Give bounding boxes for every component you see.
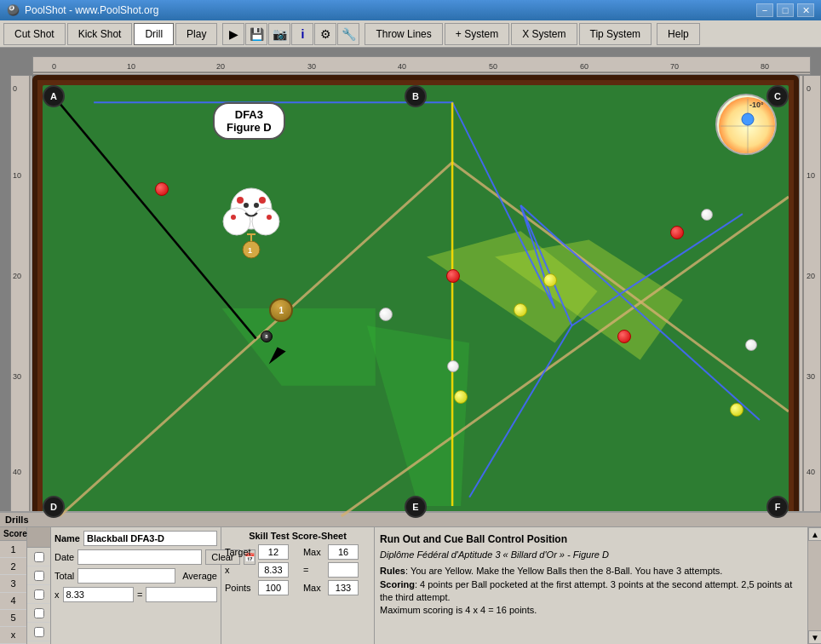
score-check-2[interactable] (34, 571, 44, 581)
name-row: Name (55, 531, 217, 546)
svg-text:30: 30 (807, 372, 815, 381)
equals2: = (303, 565, 325, 575)
score-row-1: 1 (0, 541, 26, 558)
score-sheet-title: Skill Test Score-Sheet (225, 531, 370, 541)
svg-point-40 (231, 215, 236, 220)
throw-lines-button[interactable]: Throw Lines (365, 23, 442, 45)
score-result-input[interactable] (328, 562, 359, 578)
name-label: Name (55, 533, 80, 543)
result-input[interactable] (146, 587, 217, 602)
svg-text:40: 40 (807, 468, 815, 476)
scrollbar-down-button[interactable]: ▼ (808, 630, 821, 644)
score-row-5: 5 (0, 610, 26, 627)
app-title: PoolShot - www.PoolShot.org (25, 4, 158, 16)
table-svg (43, 85, 789, 518)
info-icon-btn[interactable]: i (291, 23, 313, 45)
medal-ball: 1 (269, 298, 293, 322)
svg-point-36 (244, 203, 249, 208)
kick-shot-button[interactable]: Kick Shot (67, 23, 133, 45)
score-check-5[interactable] (34, 627, 44, 637)
red-ball-1 (446, 269, 460, 283)
x-system-button[interactable]: X System (511, 23, 577, 45)
yellow-ball-2 (454, 390, 468, 404)
svg-text:70: 70 (670, 62, 679, 71)
svg-text:30: 30 (13, 372, 21, 381)
game-area: 0 10 20 30 40 50 60 70 80 0 10 20 30 40 … (0, 48, 821, 545)
app-icon: 🎱 (7, 4, 20, 16)
average-label: Average (182, 571, 217, 581)
pool-table-felt[interactable]: A B C D E F (43, 85, 789, 518)
score-check-1[interactable] (34, 552, 44, 562)
svg-text:20: 20 (216, 62, 225, 71)
svg-point-49 (742, 113, 754, 125)
svg-text:10: 10 (807, 171, 815, 180)
red-ball-2 (155, 182, 169, 196)
tip-system-button[interactable]: Tip System (579, 23, 652, 45)
play-button[interactable]: Play (175, 23, 217, 45)
multiplier-row: x = (55, 587, 217, 602)
scrollbar-up-button[interactable]: ▲ (808, 527, 821, 541)
svg-text:-10°: -10° (749, 101, 764, 109)
scrollbar-track[interactable] (808, 541, 821, 630)
date-input[interactable] (78, 549, 202, 565)
multiplier-input[interactable] (63, 587, 135, 602)
svg-text:10: 10 (127, 62, 135, 71)
svg-text:0: 0 (807, 84, 811, 93)
score-row-2: 2 (0, 558, 26, 575)
mascot: 1 (221, 183, 281, 263)
name-panel: Name Date Clear 📅 Total Average x = (51, 527, 221, 644)
drill-button[interactable]: Drill (134, 23, 174, 45)
svg-text:1: 1 (248, 246, 252, 255)
bottom-panel-content: Score 1 2 3 4 5 x Name Date (0, 527, 821, 644)
score-grid: Target Max x = Points Max (225, 544, 370, 595)
rules-text: : You are Yellow. Make the Yellow Balls … (405, 566, 722, 576)
checkbox-column (27, 527, 51, 644)
total-row: Total Average (55, 568, 217, 584)
points-input[interactable] (258, 580, 289, 595)
extra-icon-btn[interactable]: 🔧 (337, 23, 359, 45)
date-row: Date Clear 📅 (55, 549, 217, 565)
score-row-x: x (0, 627, 26, 644)
scoring-text: : 4 points per Ball pocketed at the firs… (380, 579, 792, 602)
minimize-button[interactable]: − (756, 3, 773, 17)
description-panel: Run Out and Cue Ball Control Position Di… (375, 527, 807, 644)
score-row-3: 3 (0, 575, 26, 592)
bottom-panel: Drills Score 1 2 3 4 5 x Name (0, 511, 821, 644)
play-icon-btn[interactable]: ▶ (222, 23, 244, 45)
x-input[interactable] (258, 562, 289, 578)
save-icon-btn[interactable]: 💾 (245, 23, 267, 45)
maximize-button[interactable]: □ (777, 3, 794, 17)
score-column: Score 1 2 3 4 5 x (0, 527, 27, 644)
titlebar-controls[interactable]: − □ ✕ (756, 3, 814, 17)
settings-icon-btn[interactable]: ⚙ (314, 23, 336, 45)
equals-label: = (137, 589, 142, 600)
total-input[interactable] (78, 568, 175, 584)
max-input[interactable] (328, 544, 359, 560)
close-button[interactable]: ✕ (797, 3, 814, 17)
target-input[interactable] (258, 544, 289, 560)
plus-system-button[interactable]: + System (445, 23, 509, 45)
max2-input[interactable] (328, 580, 359, 595)
svg-text:10: 10 (13, 171, 21, 180)
help-button[interactable]: Help (657, 23, 700, 45)
score-check-3[interactable] (34, 589, 44, 600)
scoring-label: Scoring (380, 579, 415, 589)
cue-ball-3 (745, 339, 757, 351)
speech-bubble: DFA3 Figure D (213, 102, 285, 140)
svg-text:80: 80 (761, 62, 769, 71)
pool-table-border: A B C D E F (32, 75, 799, 528)
score-check-4[interactable] (34, 608, 44, 618)
camera-icon-btn[interactable]: 📷 (268, 23, 290, 45)
angle-indicator: -10° (715, 94, 777, 155)
svg-marker-24 (367, 325, 469, 506)
ruler-left: 0 10 20 30 40 (10, 75, 32, 528)
cut-shot-button[interactable]: Cut Shot (3, 23, 66, 45)
name-input[interactable] (83, 531, 217, 546)
yellow-ball-4 (730, 403, 743, 417)
corner-e: E (405, 496, 427, 518)
total-label: Total (55, 571, 74, 581)
scrollbar[interactable]: ▲ ▼ (807, 527, 821, 644)
toolbar-icon-group: ▶ 💾 📷 i ⚙ 🔧 (222, 23, 359, 45)
ruler-right: 0 10 20 30 40 (799, 75, 821, 528)
toolbar: Cut Shot Kick Shot Drill Play ▶ 💾 📷 i ⚙ … (0, 20, 821, 48)
